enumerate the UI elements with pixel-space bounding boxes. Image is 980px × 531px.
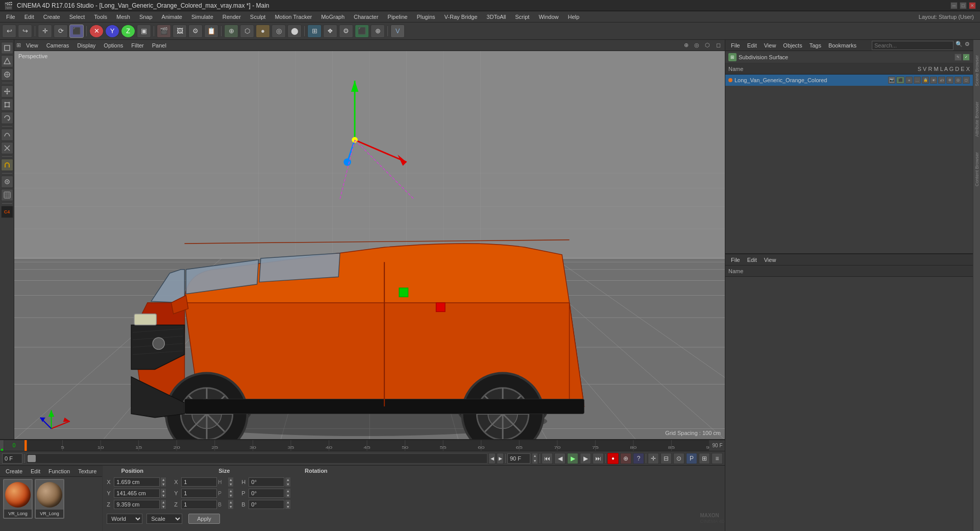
slider-arrow-left[interactable]: ◀ [488,453,496,464]
obj-flag-tag3[interactable]: ◎ [954,77,962,84]
menu-simulate[interactable]: Simulate [187,13,217,21]
display-2-button[interactable]: ❖ [323,25,337,38]
options-button[interactable]: ≡ [712,453,723,464]
menu-plugins[interactable]: Plugins [412,13,439,21]
step-back-button[interactable]: ◀ [554,453,566,464]
move-button[interactable]: ⬛ [69,25,84,38]
left-tool-spline[interactable] [1,129,13,141]
obj-flag-lock[interactable]: 🔒 [922,77,929,84]
strip-scene-browser[interactable]: Scene Browser [974,55,979,86]
menu-pipeline[interactable]: Pipeline [383,13,411,21]
pos-z-spin-up[interactable]: ▲ [161,500,166,504]
subdiv-check-icon[interactable]: ✓ [963,54,970,61]
timeline-bar[interactable]: 0 5 10 15 20 25 30 35 40 45 50 [24,440,709,451]
menu-edit[interactable]: Edit [20,13,38,21]
menu-vray-bridge[interactable]: V-Ray Bridge [440,13,482,21]
strip-content-browser[interactable]: Content Browser [974,152,979,186]
obj-flag-lines[interactable]: ≡ [905,77,913,84]
go-to-start-button[interactable]: ⏮ [542,453,553,464]
menu-create[interactable]: Create [39,13,64,21]
material-thumb-2[interactable]: VR_Long [35,479,64,519]
left-tool-texture-mode[interactable] [1,55,13,67]
menu-motion-tracker[interactable]: Motion Tracker [271,13,316,21]
size-z-field[interactable] [181,500,217,509]
step-forward-button[interactable]: ▶ [580,453,591,464]
display-3-button[interactable]: ⚙ [339,25,353,38]
render-picture-viewer-button[interactable]: 🖼 [173,25,187,38]
maximize-button[interactable]: □ [960,2,967,9]
bottom-edit-button[interactable]: Edit [745,256,760,263]
rotate-button[interactable]: ⟳ [54,25,68,38]
rot-p-field[interactable] [249,489,284,498]
viewport-3d[interactable]: Perspective Grid Spacing : 100 cm [14,51,725,439]
render-settings-button[interactable]: ⚙ [188,25,203,38]
menu-sculpt[interactable]: Sculpt [246,13,270,21]
key-add-button[interactable]: ✛ [648,453,659,464]
left-tool-rotate[interactable] [1,112,13,124]
mode-z-button[interactable]: Z [121,25,135,38]
mat-texture-button[interactable]: Texture [76,468,99,475]
left-tool-model-mode[interactable] [1,42,13,54]
menu-tools[interactable]: Tools [90,13,111,21]
rot-p-spin-down[interactable]: ▼ [285,493,290,498]
rot-p-spin-up[interactable]: ▲ [285,489,290,493]
obj-file-button[interactable]: File [728,42,743,49]
menu-select[interactable]: Select [65,13,89,21]
edit-render-settings-button[interactable]: 📋 [204,25,218,38]
display-5-button[interactable]: ⊕ [371,25,385,38]
menu-mesh[interactable]: Mesh [112,13,134,21]
bottom-view-button[interactable]: View [762,256,779,263]
render-active-view-button[interactable]: 🎬 [157,25,171,38]
vt-filter-button[interactable]: Filter [128,42,146,49]
rot-h-spin-down[interactable]: ▼ [285,482,290,487]
left-tool-knife[interactable] [1,142,13,154]
left-tool-move[interactable] [1,85,13,98]
frame-spin-down[interactable]: ▼ [532,458,537,464]
apply-button[interactable]: Apply [188,514,220,524]
snap-button[interactable]: ⊕ [224,25,238,38]
obj-flag-cam[interactable]: 📷 [888,77,895,84]
size-y-spin-down[interactable]: ▼ [228,493,233,498]
rot-b-spin-up[interactable]: ▲ [285,500,290,504]
obj-bookmarks-button[interactable]: Bookmarks [826,42,859,49]
pos-x-spin-down[interactable]: ▼ [161,482,166,487]
menu-script[interactable]: Script [511,13,533,21]
redo-button[interactable]: ↪ [18,25,32,38]
vt-options-button[interactable]: Options [101,42,126,49]
obj-search-input[interactable] [872,41,953,50]
obj-flag-dots[interactable]: … [914,77,921,84]
subdiv-edit-icon[interactable]: ✎ [954,54,962,61]
key-sel-button[interactable]: ⊙ [673,453,684,464]
menu-character[interactable]: Character [350,13,382,21]
vt-display-button[interactable]: Display [74,42,99,49]
obj-objects-button[interactable]: Objects [780,42,804,49]
end-frame-field[interactable] [507,453,530,464]
position-z-field[interactable] [114,500,160,509]
position-x-field[interactable] [114,477,160,487]
menu-animate[interactable]: Animate [158,13,186,21]
undo-button[interactable]: ↩ [2,25,16,38]
size-x-field[interactable] [181,477,217,487]
close-button[interactable]: ✕ [969,2,976,9]
mode-x-button[interactable]: ✕ [89,25,104,38]
obj-flag-eye[interactable]: 👁 [930,77,937,84]
material-thumb-1[interactable]: VR_Long [3,479,33,519]
obj-flag-mesh[interactable]: ⬛ [896,77,904,84]
frame-slider[interactable] [26,453,487,464]
vray-button[interactable]: V [390,25,405,38]
obj-search-icon[interactable]: 🔍 [955,41,963,50]
pos-z-spin-down[interactable]: ▼ [161,504,166,509]
bottom-file-button[interactable]: File [728,256,743,263]
menu-file[interactable]: File [2,13,19,21]
vt-icon-1[interactable]: ⊕ [681,41,691,50]
menu-render[interactable]: Render [218,13,245,21]
display-1-button[interactable]: ⊞ [307,25,322,38]
frame-spin-up[interactable]: ▲ [532,453,537,458]
autokey-button[interactable]: ⊕ [620,453,631,464]
select-all-button[interactable]: ▣ [137,25,151,38]
tool-3-button[interactable]: ⬤ [287,25,302,38]
obj-settings-icon[interactable]: ⚙ [965,41,970,50]
rot-b-spin-down[interactable]: ▼ [285,504,290,509]
vt-view-button[interactable]: View [23,42,41,49]
scale-dropdown[interactable]: Scale [146,514,182,524]
